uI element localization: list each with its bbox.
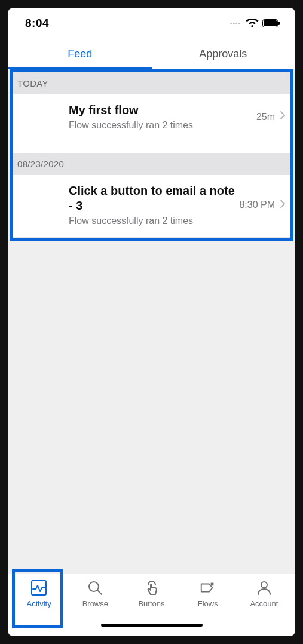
nav-browse[interactable]: Browse xyxy=(67,579,123,620)
empty-area xyxy=(8,241,295,574)
feed-item-thumb xyxy=(17,183,69,226)
nav-activity[interactable]: Activity xyxy=(11,579,67,620)
feed-item-thumb xyxy=(17,103,69,131)
nav-buttons-label: Buttons xyxy=(138,599,164,608)
tap-icon xyxy=(143,579,161,597)
status-bar: 8:04 •••• xyxy=(8,8,295,38)
chevron-right-icon xyxy=(280,199,286,211)
feed-item-subtitle: Flow successfully ran 2 times xyxy=(69,216,235,226)
activity-tabs: Feed Approvals xyxy=(8,38,295,69)
svg-point-7 xyxy=(261,582,267,588)
search-icon xyxy=(86,579,104,597)
nav-flows-label: Flows xyxy=(198,599,218,608)
svg-line-5 xyxy=(97,590,102,594)
signal-dots-icon: •••• xyxy=(230,20,241,27)
svg-rect-6 xyxy=(210,583,213,586)
feed-item-meta: 25m xyxy=(256,112,275,122)
tab-feed-label: Feed xyxy=(68,48,92,60)
nav-flows[interactable]: Flows xyxy=(180,579,236,620)
svg-rect-1 xyxy=(264,20,277,26)
section-header-date: 08/23/2020 xyxy=(13,153,290,175)
tab-approvals[interactable]: Approvals xyxy=(152,38,295,69)
wifi-icon xyxy=(246,19,259,28)
flows-icon xyxy=(199,579,217,597)
feed-item-subtitle: Flow successfully ran 2 times xyxy=(69,120,253,131)
home-indicator[interactable] xyxy=(101,624,203,627)
feed-item-meta: 8:30 PM xyxy=(239,200,275,210)
status-icons: •••• xyxy=(230,19,280,28)
home-indicator-area xyxy=(8,624,295,636)
feed-item[interactable]: Click a button to email a note - 3 Flow … xyxy=(13,175,290,238)
bottom-nav: Activity Browse Buttons Flows xyxy=(8,574,295,624)
feed-item-title: Click a button to email a note - 3 xyxy=(69,183,235,213)
nav-browse-label: Browse xyxy=(82,599,108,608)
tab-feed[interactable]: Feed xyxy=(8,38,152,69)
nav-buttons[interactable]: Buttons xyxy=(123,579,179,620)
feed-highlight-box: TODAY My first flow Flow successfully ra… xyxy=(10,69,293,241)
feed-item-title: My first flow xyxy=(69,103,253,118)
nav-account[interactable]: Account xyxy=(236,579,292,620)
tab-approvals-label: Approvals xyxy=(199,48,247,60)
nav-account-label: Account xyxy=(250,599,278,608)
activity-icon xyxy=(30,579,48,597)
chevron-right-icon xyxy=(280,111,286,123)
battery-icon xyxy=(262,19,280,27)
account-icon xyxy=(255,579,273,597)
nav-activity-label: Activity xyxy=(27,599,51,608)
status-time: 8:04 xyxy=(25,17,49,30)
section-header-today: TODAY xyxy=(13,72,290,94)
svg-rect-2 xyxy=(278,22,280,25)
feed-item[interactable]: My first flow Flow successfully ran 2 ti… xyxy=(13,94,290,142)
